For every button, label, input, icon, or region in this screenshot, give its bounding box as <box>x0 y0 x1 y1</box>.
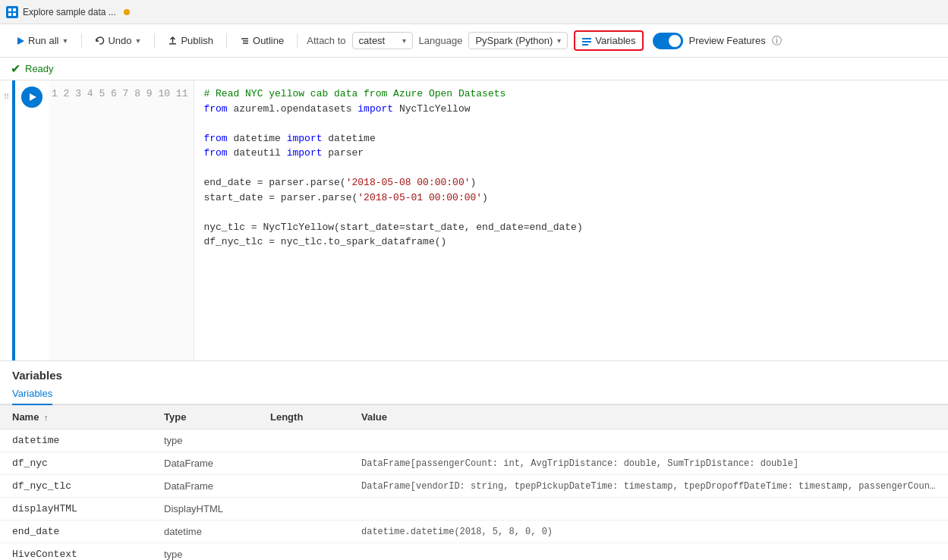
language-label: Language <box>419 35 463 46</box>
svg-rect-11 <box>582 44 588 46</box>
table-row: df_nyc DataFrame DataFrame[passengerCoun… <box>0 452 948 475</box>
app-icon <box>6 6 18 18</box>
cell-name: end_date <box>0 521 152 543</box>
cell-sidebar <box>15 80 49 360</box>
preview-features-info-icon[interactable]: ⓘ <box>772 34 782 48</box>
cell-length <box>258 475 349 498</box>
language-dropdown[interactable]: PySpark (Python) ▾ <box>468 32 568 49</box>
cell-name: df_nyc <box>0 452 152 475</box>
svg-rect-5 <box>169 43 176 45</box>
status-ready: ✔ Ready <box>11 61 54 76</box>
attach-to-dropdown[interactable]: catest ▾ <box>352 32 413 49</box>
cell-value: DataFrame[vendorID: string, tpepPickupDa… <box>349 475 948 498</box>
run-all-chevron: ▼ <box>61 37 68 45</box>
divider-2 <box>154 33 155 49</box>
sort-icon: ↑ <box>44 413 49 422</box>
undo-button[interactable]: Undo ▼ <box>88 31 148 50</box>
variables-button[interactable]: Variables <box>574 30 643 51</box>
cell-name: datetime <box>0 429 152 452</box>
divider-1 <box>81 33 82 49</box>
divider-3 <box>226 33 227 49</box>
cell-value <box>349 429 948 452</box>
table-row: HiveContext type <box>0 543 948 561</box>
table-row: end_date datetime datetime.datetime(2018… <box>0 521 948 543</box>
undo-chevron: ▼ <box>134 37 141 45</box>
outline-icon <box>240 36 250 46</box>
svg-rect-10 <box>582 41 591 42</box>
run-cell-icon <box>28 93 37 102</box>
cell-name: displayHTML <box>0 498 152 521</box>
code-section: ⠿ 1 2 3 4 5 6 7 8 9 10 11 # Read NYC yel… <box>0 80 948 560</box>
svg-rect-3 <box>13 13 16 16</box>
cell-value: DataFrame[passengerCount: int, AvgTripDi… <box>349 452 948 475</box>
cell-length <box>258 543 349 561</box>
table-row: displayHTML DisplayHTML <box>0 498 948 521</box>
variables-panel: Variables Variables Name ↑ Type Length <box>0 361 948 560</box>
variables-tab[interactable]: Variables <box>12 383 52 405</box>
drag-handle-icon: ⠿ <box>4 93 9 101</box>
run-cell-button[interactable] <box>21 87 43 108</box>
title-bar: Explore sample data ... <box>0 0 948 24</box>
cell-type: DisplayHTML <box>152 498 258 521</box>
run-all-icon <box>16 36 25 46</box>
cell-name: HiveContext <box>0 543 152 561</box>
cell-length <box>258 429 349 452</box>
cell-value <box>349 543 948 561</box>
divider-4 <box>297 33 298 49</box>
cell-length <box>258 521 349 543</box>
table-row: datetime type <box>0 429 948 452</box>
variables-panel-title: Variables <box>0 361 948 382</box>
cell-name: df_nyc_tlc <box>0 475 152 498</box>
run-all-button[interactable]: Run all ▼ <box>9 31 75 50</box>
cell-length <box>258 498 349 521</box>
cell-value <box>349 498 948 521</box>
language-chevron: ▾ <box>557 36 561 45</box>
col-name[interactable]: Name ↑ <box>0 405 152 429</box>
cell-type: DataFrame <box>152 475 258 498</box>
variables-rows: datetime type df_nyc DataFrame DataFrame… <box>0 429 948 561</box>
col-type[interactable]: Type <box>152 405 258 429</box>
table-header-row: Name ↑ Type Length Value <box>0 405 948 429</box>
cell-type: DataFrame <box>152 452 258 475</box>
ready-check-icon: ✔ <box>11 61 20 76</box>
window-title: Explore sample data ... <box>23 7 116 17</box>
cell-type: type <box>152 543 258 561</box>
publish-icon <box>168 36 178 46</box>
svg-rect-9 <box>582 38 591 39</box>
unsaved-indicator <box>124 9 130 15</box>
svg-rect-0 <box>8 8 11 11</box>
cell-gutter: ⠿ <box>0 80 12 360</box>
outline-button[interactable]: Outline <box>233 31 291 50</box>
variables-icon <box>581 36 592 46</box>
main-area: ⠿ 1 2 3 4 5 6 7 8 9 10 11 # Read NYC yel… <box>0 80 948 560</box>
col-value[interactable]: Value <box>349 405 948 429</box>
publish-button[interactable]: Publish <box>161 31 220 50</box>
table-row: df_nyc_tlc DataFrame DataFrame[vendorID:… <box>0 475 948 498</box>
svg-rect-2 <box>8 13 11 16</box>
cell-type: type <box>152 429 258 452</box>
code-cell: ⠿ 1 2 3 4 5 6 7 8 9 10 11 # Read NYC yel… <box>0 80 948 361</box>
cell-length <box>258 452 349 475</box>
svg-marker-12 <box>30 93 36 101</box>
toggle-knob <box>669 35 681 47</box>
preview-features-toggle-container: Preview Features ⓘ <box>653 33 782 49</box>
code-editor[interactable]: # Read NYC yellow cab data from Azure Op… <box>194 80 948 360</box>
undo-icon <box>95 36 105 46</box>
variables-tabs: Variables <box>0 383 948 405</box>
attach-to-chevron: ▾ <box>402 36 406 45</box>
code-area[interactable]: 1 2 3 4 5 6 7 8 9 10 11 # Read NYC yello… <box>49 80 948 360</box>
attach-to-label: Attach to <box>307 35 345 46</box>
cell-value: datetime.datetime(2018, 5, 8, 0, 0) <box>349 521 948 543</box>
svg-marker-4 <box>17 37 24 45</box>
preview-features-toggle[interactable] <box>653 33 683 49</box>
preview-features-label: Preview Features <box>689 35 766 46</box>
variables-table: Name ↑ Type Length Value datetime type d… <box>0 405 948 560</box>
line-numbers: 1 2 3 4 5 6 7 8 9 10 11 <box>49 80 194 360</box>
variables-table-container[interactable]: Name ↑ Type Length Value datetime type d… <box>0 405 948 560</box>
status-bar: ✔ Ready <box>0 58 948 80</box>
toolbar: Run all ▼ Undo ▼ Publish Outline Attach … <box>0 24 948 58</box>
col-length[interactable]: Length <box>258 405 349 429</box>
svg-rect-1 <box>13 8 16 11</box>
cell-type: datetime <box>152 521 258 543</box>
